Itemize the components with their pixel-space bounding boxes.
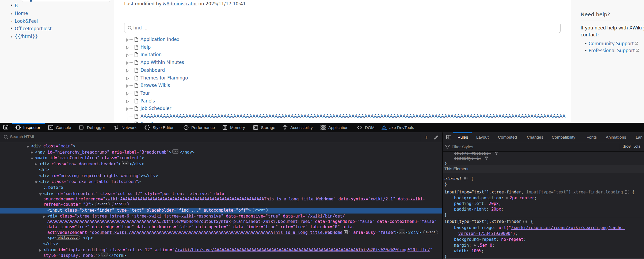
expand-triangle-icon[interactable]: [126, 61, 129, 66]
rule-line[interactable]: background-image: url("/xwiki/resources/…: [454, 225, 644, 231]
sidebar-link[interactable]: Home: [15, 10, 28, 17]
tree-node-link[interactable]: Panels: [140, 97, 155, 105]
event-badge[interactable]: event: [95, 202, 110, 207]
chevron-right-icon[interactable]: ›: [10, 33, 13, 40]
devtools-tab-storage[interactable]: Storage: [253, 123, 275, 132]
tree-node-link[interactable]: AAAAAAAAAAAAAAAAAAAAAAAAAAAAAAAAAAAAAAAA…: [140, 112, 566, 120]
scroll-badge[interactable]: scroll: [112, 202, 128, 207]
css-url-link[interactable]: version=1753451930000: [458, 231, 510, 236]
devtools-tab-accessibility[interactable]: Accessibility: [282, 123, 313, 132]
add-node-icon[interactable]: +: [423, 134, 429, 140]
markup-line[interactable]: sourcedocumentreference="xwiki:AAAAAAAAA…: [0, 196, 442, 202]
tree-node-link[interactable]: Dashboard: [140, 66, 165, 74]
chevron-right-icon[interactable]: ›: [10, 10, 13, 17]
event-badge[interactable]: event: [253, 208, 268, 212]
tree-node-link[interactable]: Application Index: [140, 36, 179, 43]
markup-line[interactable]: <nav id="hierarchy_breadcrumb" aria-labe…: [0, 149, 442, 155]
devtools-tab-styleeditor[interactable]: Style Editor: [144, 123, 174, 132]
rule-line[interactable]: background-position: 2px center;: [454, 195, 644, 201]
rules-tab-rules[interactable]: Rules: [458, 132, 468, 142]
navigation-partial-item[interactable]: [22, 0, 110, 2]
devtools-tab-axe[interactable]: axaxe DevTools: [381, 123, 414, 132]
expand-triangle-icon[interactable]: [126, 107, 129, 112]
rules-tab-animations[interactable]: Animations: [606, 132, 626, 142]
markup-line[interactable]: activedescendant="document:xwiki:AAAAAAA…: [0, 230, 442, 235]
markup-line[interactable]: AAAAAAAAAAAAAAAAAAAAAAAAAAAAAAAAAAAAAAAA…: [0, 219, 442, 225]
devtools-tab-network[interactable]: Network: [113, 123, 136, 132]
event-badge[interactable]: event: [423, 230, 438, 235]
expand-arrow-icon[interactable]: [39, 249, 41, 252]
last-modified-user-link[interactable]: &Administrator: [163, 1, 197, 6]
expand-triangle-icon[interactable]: [126, 84, 129, 89]
expand-arrow-icon[interactable]: [31, 151, 33, 154]
rule-line[interactable]: version=1753451930000");: [458, 231, 644, 237]
markup-line[interactable]: <hr>: [0, 167, 442, 173]
collapse-arrow-icon[interactable]: [31, 158, 33, 160]
rule-line[interactable]: margin: .5em 0;: [454, 243, 644, 248]
rule-line[interactable]: width: 100%;: [454, 248, 644, 254]
rule-line[interactable]: padding-left: 20px;: [454, 201, 644, 207]
devtools-tab-application[interactable]: Application: [320, 123, 348, 132]
devtools-tab-inspector[interactable]: Inspector: [15, 123, 40, 132]
selector-highlighter-icon[interactable]: [625, 190, 628, 194]
help-link[interactable]: Professional Support: [589, 48, 635, 53]
tree-node-link[interactable]: Invitation: [140, 51, 162, 59]
help-link[interactable]: Community Support: [589, 41, 634, 46]
rule-line[interactable]: input[type="text"].xtree-finder, input[t…: [444, 189, 642, 195]
markup-line-selected[interactable]: <input class="xtree-finder" type="text" …: [0, 208, 442, 214]
tree-node-link[interactable]: Help: [140, 43, 151, 51]
expand-triangle-icon[interactable]: [126, 45, 129, 51]
rule-line[interactable]: background-repeat: no-repeat;: [454, 237, 644, 242]
selector-highlighter-icon[interactable]: [523, 220, 527, 223]
tree-finder-input[interactable]: [133, 24, 556, 32]
markup-line[interactable]: <div class="row document-header"></div>: [0, 161, 442, 167]
markup-line[interactable]: <div id="missing-required-rights-warning…: [0, 173, 442, 179]
markup-line[interactable]: <div class="main">: [0, 143, 442, 149]
rule-line[interactable]: }: [444, 212, 642, 218]
markup-line[interactable]: <div id="xwikicontent" class="col-xs-12"…: [0, 191, 442, 197]
expand-triangle-icon[interactable]: [126, 53, 129, 58]
markup-line[interactable]: </div>: [0, 241, 442, 247]
devtools-tab-dom[interactable]: DOM: [357, 123, 375, 132]
tree-node-link[interactable]: Sandbox: [140, 120, 160, 123]
collapsed-children-icon[interactable]: [399, 230, 405, 234]
sidebar-link[interactable]: {{/html}}: [15, 33, 38, 40]
expand-arrow-icon[interactable]: [43, 215, 45, 218]
sidebar-link[interactable]: OfficeImportTest: [15, 25, 52, 33]
expand-triangle-icon[interactable]: [126, 76, 129, 81]
collapse-arrow-icon[interactable]: [39, 193, 42, 196]
sidebar-link[interactable]: Look&Feel: [15, 17, 38, 25]
rule-line[interactable]: input[type="text"].xtree-finder {: [444, 219, 642, 224]
rules-tab-compatibility[interactable]: Compatibility: [552, 132, 575, 142]
expand-triangle-icon[interactable]: [126, 92, 129, 97]
expand-arrow-icon[interactable]: [35, 163, 37, 166]
tree-node-link[interactable]: Themes for Flamingo: [140, 74, 188, 82]
collapsed-children-icon[interactable]: [122, 161, 128, 165]
collapsed-children-icon[interactable]: [101, 253, 108, 257]
rules-tab-layout[interactable]: Layout: [476, 132, 489, 142]
panel-splitter[interactable]: [442, 132, 443, 259]
sidebar-toggle-icon[interactable]: [446, 134, 452, 140]
markup-line[interactable]: style="display: none;"></form>: [0, 253, 442, 258]
rule-line[interactable]: opacity: 1;: [454, 156, 644, 161]
tree-node-link[interactable]: Tour: [140, 89, 150, 97]
chevron-right-icon[interactable]: ›: [10, 17, 13, 25]
rule-line[interactable]: }: [444, 182, 642, 187]
collapse-arrow-icon[interactable]: [26, 146, 29, 148]
tree-node-link[interactable]: Job Scheduler: [140, 105, 171, 112]
tree-node-link[interactable]: App Within Minutes: [140, 59, 184, 66]
filter-styles-input[interactable]: Filter Styles: [452, 144, 473, 149]
markup-line[interactable]: <div class="xtree jstree jstree-6 jstree…: [0, 214, 442, 219]
eyedropper-icon[interactable]: [433, 134, 439, 140]
expand-triangle-icon[interactable]: [126, 99, 129, 104]
devtools-tab-console[interactable]: Console: [48, 123, 71, 132]
markup-line[interactable]: <main id="mainContentArea" class="xconte…: [0, 155, 442, 161]
rules-tab-fonts[interactable]: Fonts: [586, 132, 597, 142]
markup-line[interactable]: refresh-counter="3">eventscroll: [0, 202, 442, 208]
expand-triangle-icon[interactable]: [126, 68, 129, 74]
expand-triangle-icon[interactable]: [126, 38, 129, 43]
markup-line[interactable]: <form id="inplace-editing" class="col-xs…: [0, 247, 442, 253]
class-toggle[interactable]: .cls: [634, 144, 641, 148]
code-attribute-link[interactable]: /xwiki/bin/save/AAAAAAAAAAAAAAAAAAAAAAAA…: [175, 247, 430, 252]
css-url-link[interactable]: /xwiki/resources/icons/xwiki/search.png?…: [511, 225, 625, 230]
